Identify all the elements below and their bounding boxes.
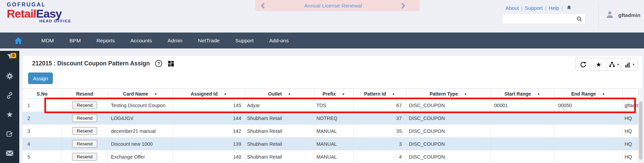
sort-arrow-icon[interactable]: ▼ xyxy=(537,93,540,96)
hierarchy-view-button[interactable]: ▼ xyxy=(607,58,622,70)
resend-button[interactable]: Resend xyxy=(72,153,98,161)
resend-button[interactable]: Resend xyxy=(72,127,98,135)
nav-item-mdm[interactable]: MDM xyxy=(34,38,62,44)
nav-item-reports[interactable]: Reports xyxy=(89,38,123,44)
main-navbar: MDMBPMReportsAccountsAdminNetTradeSuppor… xyxy=(0,33,644,48)
help-link[interactable]: Help xyxy=(549,5,559,11)
nav-item-add-ons[interactable]: Add-ons xyxy=(261,38,297,44)
link-separator: | xyxy=(545,5,546,11)
column-header-end-range[interactable]: End Range▼ xyxy=(554,89,622,99)
column-header-card-name[interactable]: Card Name▼ xyxy=(108,89,173,99)
nav-item-accounts[interactable]: Accounts xyxy=(123,38,160,44)
chevron-right-icon[interactable] xyxy=(400,3,406,9)
favorites-star-icon[interactable]: ★ xyxy=(0,110,19,119)
dropdown-arrow-icon: ▼ xyxy=(617,63,619,66)
cell-pattern-id: 37 xyxy=(353,112,406,125)
cell-assigned-by: HQ xyxy=(622,138,638,150)
refresh-icon xyxy=(580,61,587,68)
cell-prefix: MANUAL xyxy=(314,138,353,150)
filter-icon[interactable]: 0 xyxy=(0,52,19,61)
cell-start-range xyxy=(491,112,554,125)
shortcut-grid-icon[interactable] xyxy=(168,60,174,67)
cell-pattern-type: DISC_COUPON xyxy=(406,112,491,125)
product-name-part1: Retail xyxy=(7,7,36,20)
sort-arrow-icon[interactable]: ▼ xyxy=(602,93,605,96)
about-link[interactable]: About xyxy=(506,5,519,11)
refresh-button[interactable] xyxy=(576,58,591,70)
sort-arrow-icon[interactable]: ▼ xyxy=(288,93,291,96)
share-icon[interactable] xyxy=(0,129,19,138)
chart-view-button[interactable]: ▼ xyxy=(622,58,637,70)
cell-assigned-by: HQ xyxy=(622,112,638,125)
resend-button[interactable]: Resend xyxy=(72,140,98,148)
support-link[interactable]: Support xyxy=(525,5,543,11)
settings-gear-icon[interactable] xyxy=(0,72,19,80)
cell-end-range xyxy=(554,125,622,138)
assign-button[interactable]: Assign xyxy=(28,73,53,84)
cell-outlet: Shubham Retail xyxy=(245,112,314,125)
column-header-outlet[interactable]: Outlet▼ xyxy=(245,89,314,99)
user-avatar-icon xyxy=(605,9,615,21)
favorite-button[interactable]: ★ xyxy=(591,58,607,70)
table-header-row: S.NoResendCard Name▼Assigned Id▼Outlet▼P… xyxy=(23,89,638,99)
bar-chart-icon xyxy=(624,61,631,68)
sort-arrow-icon[interactable]: ▼ xyxy=(464,93,467,96)
nav-item-nettrade[interactable]: NetTrade xyxy=(190,38,228,44)
column-header-pattern-id[interactable]: Pattern Id▼ xyxy=(353,89,406,99)
chevron-left-icon[interactable] xyxy=(260,3,266,9)
cell-pattern-id: 4 xyxy=(353,150,406,163)
cell-outlet: Shubham Retail xyxy=(245,150,314,163)
cell-resend: Resend xyxy=(62,99,108,112)
sort-arrow-icon[interactable]: ▼ xyxy=(154,93,157,96)
cell-start-range xyxy=(491,138,554,150)
logo-tagline: HEAD OFFICE xyxy=(39,19,71,23)
cell-start-range: 00001 xyxy=(491,99,554,112)
resend-button[interactable]: Resend xyxy=(72,114,98,122)
vertical-scrollbar[interactable] xyxy=(638,88,643,163)
cell-resend: Resend xyxy=(62,150,108,163)
cell-prefix: TDS xyxy=(314,99,353,112)
sort-arrow-icon[interactable]: ▼ xyxy=(224,93,227,96)
column-header-resend: Resend xyxy=(62,89,108,99)
cell-outlet: Adyar xyxy=(245,99,314,112)
cell-prefix: NOTREQ xyxy=(314,112,353,125)
page-title: 212015 : Discount Coupon Pattern Assign xyxy=(32,60,150,67)
search-icon[interactable] xyxy=(576,16,585,22)
column-header-prefix[interactable]: Prefix▼ xyxy=(314,89,353,99)
cell-card-name: Discount new 1000 xyxy=(108,138,173,150)
user-menu[interactable]: gftadmin xyxy=(605,9,640,21)
license-renewal-banner: Annual License Renewal xyxy=(255,0,420,11)
home-icon[interactable] xyxy=(14,37,22,44)
link-icon[interactable] xyxy=(0,91,19,100)
column-header-assigned-id[interactable]: Assigned Id▼ xyxy=(173,89,245,99)
cell-start-range xyxy=(491,125,554,138)
nav-item-support[interactable]: Support xyxy=(228,38,261,44)
sort-arrow-icon[interactable]: ▼ xyxy=(392,93,395,96)
nav-item-admin[interactable]: Admin xyxy=(160,38,190,44)
resend-button[interactable]: Resend xyxy=(72,101,98,109)
column-header-pattern-type[interactable]: Pattern Type▼ xyxy=(406,89,491,99)
cell-end-range xyxy=(554,112,622,125)
cell-assigned-id: 139 xyxy=(173,138,245,150)
left-sidebar: 0 ★ xyxy=(0,51,19,163)
sort-arrow-icon[interactable]: ▼ xyxy=(342,93,345,96)
search-input[interactable] xyxy=(502,14,576,24)
cell-resend: Resend xyxy=(62,125,108,138)
notification-bell-icon[interactable] xyxy=(566,5,572,11)
cell-sno: 4 xyxy=(23,138,62,150)
cell-pattern-type: DISC_COUPON xyxy=(406,138,491,150)
column-header-start-range[interactable]: Start Range▼ xyxy=(491,89,554,99)
gofrugal-logo: GOFRUGAL RetailEasy HEAD OFFICE xyxy=(7,2,71,23)
nav-item-bpm[interactable]: BPM xyxy=(62,38,89,44)
cell-assigned-id: 140 xyxy=(173,150,245,163)
cell-assigned-by: HQ xyxy=(622,125,638,138)
table-row: 1ResendTesting Discount Coupon145AdyarTD… xyxy=(23,99,638,112)
banner-label[interactable]: Annual License Renewal xyxy=(266,3,400,9)
cell-prefix: MANUAL xyxy=(314,150,353,163)
help-icon[interactable]: ? xyxy=(155,60,162,67)
cell-assigned-id: 144 xyxy=(173,112,245,125)
mail-icon[interactable] xyxy=(0,149,19,158)
table-row: 5ResendExchange Offer140Shubham RetailMA… xyxy=(23,150,638,163)
product-name: RetailEasy xyxy=(7,8,71,20)
scrollbar-thumb[interactable] xyxy=(639,101,643,160)
